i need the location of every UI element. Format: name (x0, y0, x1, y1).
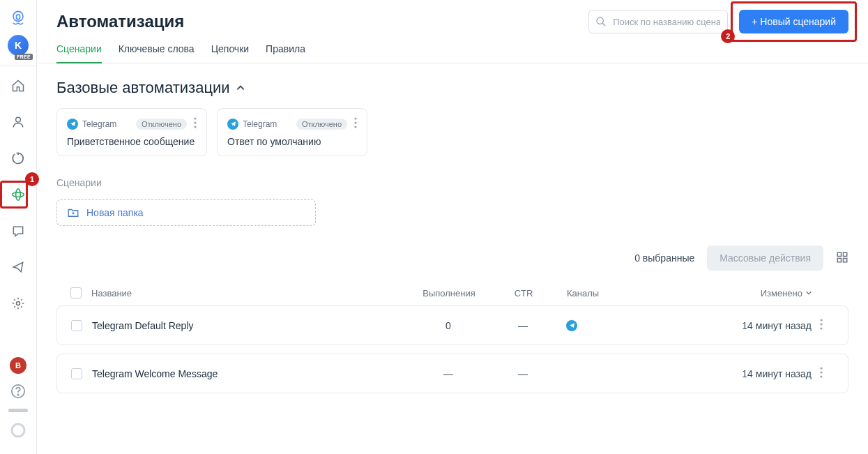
tab-rules[interactable]: Правила (266, 43, 305, 63)
svg-point-23 (820, 367, 822, 369)
plan-badge: FREE (15, 54, 33, 60)
col-name[interactable]: Название (91, 288, 409, 298)
svg-point-2 (16, 117, 21, 122)
tab-keywords[interactable]: Ключевые слова (119, 43, 195, 63)
svg-point-14 (354, 121, 356, 123)
new-scenario-button[interactable]: + Новый сценарий (739, 10, 848, 33)
tabs: Сценарии Ключевые слова Цепочки Правила (37, 33, 868, 63)
card-channel: Telegram (243, 119, 277, 129)
loader-icon (10, 422, 26, 439)
svg-rect-19 (844, 258, 847, 262)
annotation-1: 1 (30, 175, 34, 183)
col-ctr[interactable]: CTR (489, 288, 558, 298)
nav-contacts[interactable] (7, 111, 29, 133)
svg-point-24 (820, 371, 822, 373)
search-input[interactable] (588, 10, 728, 33)
svg-point-4 (16, 189, 21, 201)
nav-growth[interactable] (7, 147, 29, 169)
status-badge: Отключено (136, 119, 187, 130)
sidebar: K FREE 1 В (0, 0, 37, 454)
col-modified[interactable]: Изменено (708, 288, 812, 298)
select-all-checkbox[interactable] (70, 287, 82, 298)
view-toggle[interactable] (836, 251, 848, 266)
row-modified: 14 минут назад (707, 320, 812, 331)
table-header: Название Выполнения CTR Каналы Изменено (56, 280, 848, 305)
folder-plus-icon (67, 206, 79, 219)
svg-point-13 (354, 117, 356, 119)
card-menu[interactable] (194, 117, 197, 130)
svg-point-12 (194, 126, 196, 128)
svg-point-8 (12, 424, 24, 437)
row-checkbox[interactable] (71, 320, 82, 331)
status-badge: Отключено (296, 119, 347, 130)
svg-point-3 (13, 192, 24, 197)
svg-point-20 (820, 319, 822, 321)
svg-point-9 (597, 17, 603, 24)
chevron-up-icon (236, 83, 245, 93)
tab-sequences[interactable]: Цепочки (211, 43, 249, 63)
search-icon (595, 16, 607, 27)
divider (0, 66, 36, 66)
card-title: Ответ по умолчанию (227, 136, 357, 147)
card-menu[interactable] (354, 117, 357, 130)
nav-broadcast[interactable] (7, 256, 29, 278)
table-row[interactable]: Telegram Default Reply 0 — 14 минут наза… (56, 305, 848, 345)
new-folder-button[interactable]: Новая папка (56, 199, 316, 226)
nav-livechat[interactable] (7, 220, 29, 242)
logo-icon (8, 8, 28, 28)
user-avatar[interactable]: В (10, 357, 26, 374)
svg-point-22 (820, 327, 822, 329)
tab-scenarios[interactable]: Сценарии (56, 43, 102, 63)
svg-rect-17 (844, 252, 847, 256)
svg-point-7 (17, 394, 18, 395)
bulk-actions-button[interactable]: Массовые действия (707, 245, 823, 271)
avatar-letter: K (15, 40, 22, 51)
workspace-avatar[interactable]: K FREE (8, 35, 29, 56)
row-menu[interactable] (820, 367, 834, 380)
telegram-icon (67, 119, 78, 130)
scrollbar[interactable] (8, 409, 28, 412)
svg-point-15 (354, 126, 356, 128)
svg-point-10 (194, 117, 196, 119)
svg-point-5 (17, 302, 20, 305)
card-welcome[interactable]: Telegram Отключено Приветственное сообще… (56, 108, 207, 156)
sidebar-bottom: В (0, 357, 36, 454)
row-ctr: — (488, 368, 558, 379)
row-exec: — (417, 368, 480, 379)
telegram-icon (227, 119, 238, 130)
content: Базовые автоматизации Telegram Отключено… (37, 63, 868, 454)
nav: 1 (0, 75, 36, 315)
basic-cards: Telegram Отключено Приветственное сообще… (56, 108, 848, 156)
nav-home[interactable] (7, 75, 29, 97)
row-name: Telegram Welcome Message (92, 368, 409, 379)
chevron-down-icon (805, 289, 812, 296)
row-checkbox[interactable] (71, 368, 82, 379)
svg-point-21 (820, 323, 822, 325)
table-toolbar: 0 выбранные Массовые действия (56, 245, 848, 271)
table-row[interactable]: Telegram Welcome Message — — 14 минут на… (56, 354, 848, 393)
telegram-icon (566, 320, 577, 331)
col-channels[interactable]: Каналы (567, 288, 699, 298)
svg-rect-18 (837, 258, 841, 262)
col-exec[interactable]: Выполнения (418, 288, 480, 298)
card-default-reply[interactable]: Telegram Отключено Ответ по умолчанию (217, 108, 367, 156)
card-title: Приветственное сообщение (67, 136, 197, 147)
nav-settings[interactable] (7, 292, 29, 315)
row-ctr: — (488, 320, 558, 331)
search-box: 2 (588, 10, 728, 33)
svg-rect-16 (837, 252, 841, 256)
row-menu[interactable] (820, 319, 834, 332)
main: Автоматизация 2 + Новый сценарий Сценари… (37, 0, 868, 454)
svg-point-1 (16, 15, 20, 20)
card-channel: Telegram (82, 119, 116, 129)
scenarios-label: Сценарии (56, 177, 848, 188)
row-name: Telegram Default Reply (92, 320, 409, 331)
svg-point-25 (820, 375, 822, 377)
row-exec: 0 (417, 320, 480, 331)
page-title: Автоматизация (56, 12, 577, 31)
section-title-basic[interactable]: Базовые автоматизации (56, 79, 848, 97)
selected-count: 0 выбранные (634, 252, 694, 264)
nav-automation[interactable]: 1 (7, 183, 29, 206)
header: Автоматизация 2 + Новый сценарий (37, 0, 868, 33)
help-icon[interactable] (10, 384, 26, 399)
